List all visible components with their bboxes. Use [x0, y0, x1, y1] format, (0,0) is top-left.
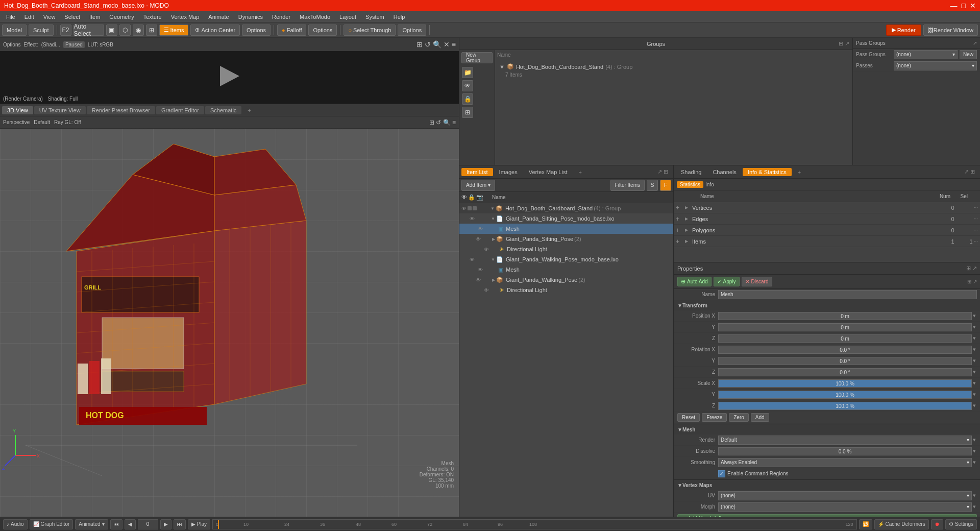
rot-y-expand[interactable]: ▾: [972, 357, 977, 364]
maximize-btn[interactable]: □: [962, 2, 966, 10]
scale-x-slider[interactable]: 100.0 %: [718, 379, 972, 388]
vis-toggle-pose[interactable]: 👁: [476, 236, 481, 242]
default-label[interactable]: Default: [34, 119, 50, 125]
tool-icon4[interactable]: ⊞: [146, 25, 157, 36]
menu-help[interactable]: Help: [389, 13, 409, 21]
transform-header[interactable]: ▼ Transform: [674, 300, 980, 310]
tool-icon1[interactable]: ▣: [106, 25, 117, 36]
menu-dynamics[interactable]: Dynamics: [234, 13, 267, 21]
rot-y-slider[interactable]: 0.0 °: [718, 357, 972, 365]
tab-gradient[interactable]: Gradient Editor: [156, 106, 204, 114]
uv-dropdown[interactable]: (none) ▾: [718, 491, 972, 500]
dissolve-slider[interactable]: 0.0 %: [718, 447, 972, 455]
play-preview-btn[interactable]: [217, 63, 242, 89]
menu-animate[interactable]: Animate: [204, 13, 233, 21]
pos-y-expand[interactable]: ▾: [972, 324, 977, 330]
audio-btn[interactable]: ♪ Audio: [3, 519, 28, 529]
new-group-btn[interactable]: New Group: [461, 52, 493, 63]
groups-icon2[interactable]: 👁: [462, 80, 473, 91]
tab-item-list[interactable]: Item List: [461, 168, 493, 176]
pass-groups-dropdown[interactable]: (none) ▾: [894, 50, 958, 59]
pos-x-expand[interactable]: ▾: [972, 312, 977, 319]
morph-dropdown[interactable]: (none) ▾: [718, 502, 972, 512]
tab-stats-add[interactable]: +: [793, 168, 806, 176]
tab-vertex-map[interactable]: Vertex Map List: [524, 168, 573, 176]
menu-system[interactable]: System: [361, 13, 388, 21]
tab-info-stats[interactable]: Info & Statistics: [743, 168, 792, 176]
tab-add[interactable]: +: [242, 106, 256, 114]
smoothing-expand[interactable]: ▾: [972, 459, 977, 466]
perspective-label[interactable]: Perspective: [3, 119, 30, 125]
add-vertices-btn[interactable]: +: [676, 204, 684, 211]
record-btn[interactable]: ⏺: [931, 519, 943, 529]
skip-end-btn[interactable]: ⏭: [174, 519, 186, 529]
scale-z-expand[interactable]: ▾: [972, 402, 977, 409]
scene-expand[interactable]: ↗ ⊞: [654, 167, 671, 176]
menu-maxtomodo[interactable]: MaxToModo: [296, 13, 334, 21]
toolbar-render-btn[interactable]: ▶ Render: [886, 25, 921, 36]
groups-icon3[interactable]: 🔒: [462, 93, 473, 105]
vis-toggle-sitting[interactable]: 👁: [470, 216, 475, 222]
passes-dropdown[interactable]: (none) ▾: [894, 61, 977, 70]
tool-icon2[interactable]: ⬡: [119, 25, 131, 36]
vis-toggle-walking[interactable]: 👁: [470, 257, 475, 262]
mesh-section-header[interactable]: ▼ Mesh: [674, 424, 980, 435]
cmd-regions-check-box[interactable]: ✓: [718, 470, 725, 477]
tool-auto-select-btn[interactable]: Auto Select: [74, 25, 104, 36]
discard-btn[interactable]: ✕ Discard: [742, 277, 772, 286]
root-expand[interactable]: ▼: [491, 206, 495, 211]
edges-menu[interactable]: ···: [974, 216, 978, 222]
render-dropdown[interactable]: Default ▾: [718, 436, 972, 445]
vis-toggle-mesh-sit[interactable]: 👁: [478, 226, 483, 232]
pos-z-expand[interactable]: ▾: [972, 335, 977, 342]
tab-images[interactable]: Images: [494, 168, 523, 176]
smoothing-dropdown[interactable]: Always Enabled ▾: [718, 458, 972, 467]
group-root-item[interactable]: ▼ 📦 Hot_Dog_Booth_Cardboard_Stand (4) : …: [497, 62, 850, 71]
menu-edit[interactable]: Edit: [20, 13, 38, 21]
frame-input[interactable]: [138, 519, 158, 529]
menu-item[interactable]: Item: [85, 13, 104, 21]
uv-expand[interactable]: ▾: [972, 492, 977, 499]
add-edges-btn[interactable]: +: [676, 215, 684, 223]
rot-x-slider[interactable]: 0.0 °: [718, 346, 972, 354]
items-menu[interactable]: ···: [974, 238, 978, 244]
menu-view[interactable]: View: [39, 13, 60, 21]
morph-expand[interactable]: ▾: [972, 503, 977, 510]
tab-schematic[interactable]: Schematic: [205, 106, 241, 114]
prev-frame-btn[interactable]: ◀: [125, 519, 136, 529]
toolbar-options-btn[interactable]: Options: [242, 25, 271, 36]
vis-toggle-light2[interactable]: 👁: [484, 287, 489, 293]
animated-btn[interactable]: Animated ▾: [75, 519, 108, 529]
vertex-maps-header[interactable]: ▼ Vertex Maps: [674, 480, 980, 490]
items-expand[interactable]: ▶: [685, 239, 691, 244]
add-items-btn[interactable]: +: [676, 238, 684, 245]
tree-sitting-file[interactable]: 👁 ▼ 📄 Giant_Panda_Sitting_Pose_modo_base…: [459, 213, 673, 224]
vertices-expand[interactable]: ▶: [685, 205, 691, 210]
rot-z-expand[interactable]: ▾: [972, 369, 977, 375]
toolbar-render-window-btn[interactable]: 🖼 Render Window: [923, 25, 978, 36]
pos-x-slider[interactable]: 0 m: [718, 312, 972, 320]
tab-render-preset[interactable]: Render Preset Browser: [87, 106, 155, 114]
tree-root[interactable]: 👁 ▼ 📦 Hot_Dog_Booth_Cardboard_Stand (4) …: [459, 203, 673, 213]
pass-expand[interactable]: ↗: [973, 40, 977, 46]
close-btn[interactable]: ✕: [970, 2, 976, 10]
rot-x-expand[interactable]: ▾: [972, 346, 977, 353]
toolbar-falloff-btn[interactable]: ● Falloff: [277, 25, 306, 36]
tab-scene-add[interactable]: +: [573, 168, 586, 176]
toolbar-select-options-btn[interactable]: Options: [398, 25, 426, 36]
sitting-expand[interactable]: ▼: [491, 216, 495, 221]
polygons-expand[interactable]: ▶: [685, 228, 691, 232]
tab-shading[interactable]: Shading: [676, 168, 706, 176]
freeze-btn[interactable]: Freeze: [702, 413, 727, 422]
rot-z-slider[interactable]: 0.0 °: [718, 368, 972, 376]
vis-toggle-walk-pose[interactable]: 👁: [476, 277, 481, 283]
tree-dir-light-2[interactable]: 👁 ▶ ☀ Directional Light: [459, 285, 673, 295]
tree-mesh-walking[interactable]: 👁 ▶ ▣ Mesh: [459, 264, 673, 275]
pos-y-slider[interactable]: 0 m: [718, 323, 972, 331]
scale-y-slider[interactable]: 100.0 %: [718, 391, 972, 399]
walking-expand[interactable]: ▼: [491, 257, 495, 262]
tool-f2-btn[interactable]: F2: [60, 25, 71, 36]
scale-x-expand[interactable]: ▾: [972, 380, 977, 387]
apply-btn[interactable]: ✓ Apply: [714, 277, 740, 286]
stats-expand[interactable]: ↗ ⊞: [961, 167, 978, 176]
